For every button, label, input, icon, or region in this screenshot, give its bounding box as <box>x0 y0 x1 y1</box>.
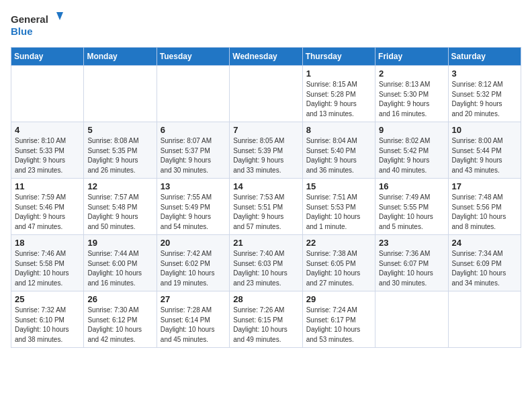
day-info: Sunrise: 7:55 AM Sunset: 5:49 PM Dayligh… <box>161 193 226 232</box>
day-number: 24 <box>452 238 517 248</box>
day-number: 14 <box>233 181 298 191</box>
day-info: Sunrise: 8:15 AM Sunset: 5:28 PM Dayligh… <box>306 80 371 119</box>
day-number: 8 <box>306 125 371 135</box>
calendar-cell: 25Sunrise: 7:32 AM Sunset: 6:10 PM Dayli… <box>11 291 84 348</box>
calendar-cell <box>84 66 157 122</box>
day-number: 6 <box>161 125 226 135</box>
day-number: 3 <box>452 68 517 79</box>
calendar-cell: 9Sunrise: 8:02 AM Sunset: 5:42 PM Daylig… <box>375 122 448 179</box>
day-number: 4 <box>15 125 80 135</box>
svg-text:General: General <box>11 13 48 25</box>
day-info: Sunrise: 8:04 AM Sunset: 5:40 PM Dayligh… <box>306 136 371 175</box>
calendar-cell: 29Sunrise: 7:24 AM Sunset: 6:17 PM Dayli… <box>302 291 375 348</box>
day-info: Sunrise: 7:49 AM Sunset: 5:55 PM Dayligh… <box>379 193 444 232</box>
day-number: 9 <box>379 125 444 135</box>
day-number: 16 <box>379 181 444 191</box>
day-info: Sunrise: 8:05 AM Sunset: 5:39 PM Dayligh… <box>233 136 298 175</box>
day-number: 15 <box>306 181 371 191</box>
day-number: 1 <box>306 68 371 79</box>
day-info: Sunrise: 7:28 AM Sunset: 6:14 PM Dayligh… <box>161 306 226 345</box>
calendar-cell: 3Sunrise: 8:12 AM Sunset: 5:32 PM Daylig… <box>448 66 521 122</box>
weekday-header-wednesday: Wednesday <box>230 48 302 66</box>
day-info: Sunrise: 8:12 AM Sunset: 5:32 PM Dayligh… <box>452 80 517 119</box>
calendar-week-1: 1Sunrise: 8:15 AM Sunset: 5:28 PM Daylig… <box>11 66 521 122</box>
calendar-week-5: 25Sunrise: 7:32 AM Sunset: 6:10 PM Dayli… <box>11 291 521 348</box>
day-info: Sunrise: 8:00 AM Sunset: 5:44 PM Dayligh… <box>452 136 517 175</box>
weekday-header-tuesday: Tuesday <box>157 48 229 66</box>
day-info: Sunrise: 8:07 AM Sunset: 5:37 PM Dayligh… <box>161 136 226 175</box>
day-number: 27 <box>161 294 226 304</box>
calendar-cell: 27Sunrise: 7:28 AM Sunset: 6:14 PM Dayli… <box>157 291 229 348</box>
calendar-cell: 5Sunrise: 8:08 AM Sunset: 5:35 PM Daylig… <box>84 122 157 179</box>
calendar-cell: 24Sunrise: 7:34 AM Sunset: 6:09 PM Dayli… <box>448 235 521 291</box>
weekday-header-monday: Monday <box>84 48 157 66</box>
calendar-cell <box>448 291 521 348</box>
day-number: 25 <box>15 294 80 304</box>
calendar-cell: 6Sunrise: 8:07 AM Sunset: 5:37 PM Daylig… <box>157 122 229 179</box>
day-number: 2 <box>379 68 444 79</box>
svg-marker-2 <box>56 12 63 20</box>
weekday-header-sunday: Sunday <box>11 48 84 66</box>
calendar-cell: 7Sunrise: 8:05 AM Sunset: 5:39 PM Daylig… <box>230 122 302 179</box>
calendar-cell: 10Sunrise: 8:00 AM Sunset: 5:44 PM Dayli… <box>448 122 521 179</box>
day-info: Sunrise: 7:26 AM Sunset: 6:15 PM Dayligh… <box>233 306 298 345</box>
weekday-header-thursday: Thursday <box>302 48 375 66</box>
day-info: Sunrise: 7:24 AM Sunset: 6:17 PM Dayligh… <box>306 306 371 345</box>
day-number: 19 <box>87 238 152 248</box>
day-info: Sunrise: 7:48 AM Sunset: 5:56 PM Dayligh… <box>452 193 517 232</box>
day-number: 13 <box>161 181 226 191</box>
day-info: Sunrise: 7:42 AM Sunset: 6:02 PM Dayligh… <box>161 249 226 288</box>
day-info: Sunrise: 7:53 AM Sunset: 5:51 PM Dayligh… <box>233 193 298 232</box>
weekday-header-row: SundayMondayTuesdayWednesdayThursdayFrid… <box>11 48 521 66</box>
weekday-header-friday: Friday <box>375 48 448 66</box>
calendar-cell: 16Sunrise: 7:49 AM Sunset: 5:55 PM Dayli… <box>375 179 448 235</box>
calendar-cell: 2Sunrise: 8:13 AM Sunset: 5:30 PM Daylig… <box>375 66 448 122</box>
calendar-cell: 11Sunrise: 7:59 AM Sunset: 5:46 PM Dayli… <box>11 179 84 235</box>
page-header: General Blue <box>11 11 521 40</box>
day-number: 12 <box>87 181 152 191</box>
day-number: 26 <box>87 294 152 304</box>
day-number: 10 <box>452 125 517 135</box>
day-info: Sunrise: 7:30 AM Sunset: 6:12 PM Dayligh… <box>87 306 152 345</box>
day-number: 23 <box>379 238 444 248</box>
day-info: Sunrise: 7:59 AM Sunset: 5:46 PM Dayligh… <box>15 193 80 232</box>
calendar-week-4: 18Sunrise: 7:46 AM Sunset: 5:58 PM Dayli… <box>11 235 521 291</box>
calendar-week-2: 4Sunrise: 8:10 AM Sunset: 5:33 PM Daylig… <box>11 122 521 179</box>
calendar-cell <box>375 291 448 348</box>
day-info: Sunrise: 7:44 AM Sunset: 6:00 PM Dayligh… <box>87 249 152 288</box>
day-info: Sunrise: 7:57 AM Sunset: 5:48 PM Dayligh… <box>87 193 152 232</box>
calendar-cell: 14Sunrise: 7:53 AM Sunset: 5:51 PM Dayli… <box>230 179 302 235</box>
day-info: Sunrise: 7:51 AM Sunset: 5:53 PM Dayligh… <box>306 193 371 232</box>
day-info: Sunrise: 7:36 AM Sunset: 6:07 PM Dayligh… <box>379 249 444 288</box>
day-number: 7 <box>233 125 298 135</box>
calendar-cell: 18Sunrise: 7:46 AM Sunset: 5:58 PM Dayli… <box>11 235 84 291</box>
day-info: Sunrise: 7:34 AM Sunset: 6:09 PM Dayligh… <box>452 249 517 288</box>
calendar-cell: 1Sunrise: 8:15 AM Sunset: 5:28 PM Daylig… <box>302 66 375 122</box>
day-number: 28 <box>233 294 298 304</box>
svg-text:Blue: Blue <box>11 26 33 37</box>
day-number: 11 <box>15 181 80 191</box>
day-info: Sunrise: 8:10 AM Sunset: 5:33 PM Dayligh… <box>15 136 80 175</box>
calendar-cell: 20Sunrise: 7:42 AM Sunset: 6:02 PM Dayli… <box>157 235 229 291</box>
day-info: Sunrise: 7:46 AM Sunset: 5:58 PM Dayligh… <box>15 249 80 288</box>
calendar-cell: 22Sunrise: 7:38 AM Sunset: 6:05 PM Dayli… <box>302 235 375 291</box>
day-info: Sunrise: 8:13 AM Sunset: 5:30 PM Dayligh… <box>379 80 444 119</box>
day-number: 29 <box>306 294 371 304</box>
day-number: 21 <box>233 238 298 248</box>
calendar-cell: 21Sunrise: 7:40 AM Sunset: 6:03 PM Dayli… <box>230 235 302 291</box>
weekday-header-saturday: Saturday <box>448 48 521 66</box>
day-info: Sunrise: 7:32 AM Sunset: 6:10 PM Dayligh… <box>15 306 80 345</box>
day-number: 5 <box>87 125 152 135</box>
day-info: Sunrise: 7:40 AM Sunset: 6:03 PM Dayligh… <box>233 249 298 288</box>
calendar-cell: 19Sunrise: 7:44 AM Sunset: 6:00 PM Dayli… <box>84 235 157 291</box>
calendar-cell <box>157 66 229 122</box>
calendar-cell: 23Sunrise: 7:36 AM Sunset: 6:07 PM Dayli… <box>375 235 448 291</box>
logo-icon: General Blue <box>11 11 64 40</box>
day-number: 22 <box>306 238 371 248</box>
calendar-week-3: 11Sunrise: 7:59 AM Sunset: 5:46 PM Dayli… <box>11 179 521 235</box>
calendar-cell: 8Sunrise: 8:04 AM Sunset: 5:40 PM Daylig… <box>302 122 375 179</box>
calendar-cell: 28Sunrise: 7:26 AM Sunset: 6:15 PM Dayli… <box>230 291 302 348</box>
day-number: 18 <box>15 238 80 248</box>
day-number: 17 <box>452 181 517 191</box>
calendar-cell <box>11 66 84 122</box>
